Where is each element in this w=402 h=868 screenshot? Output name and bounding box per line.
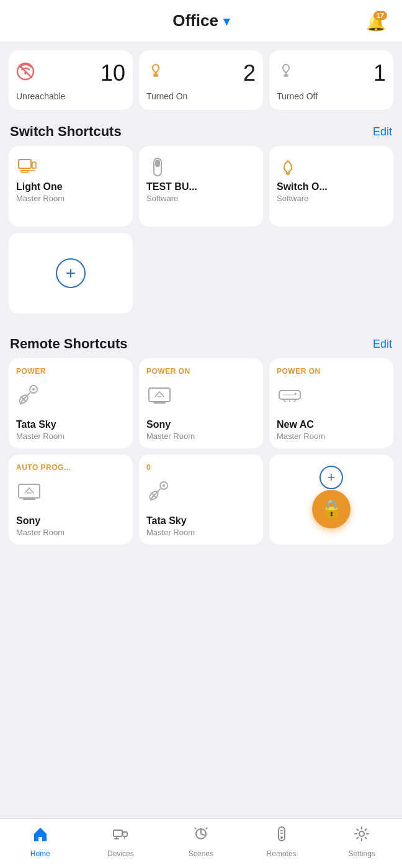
remote-room: Master Room [277,432,325,441]
status-row: 10 Unreachable 2 Turned On [0,42,402,110]
remote-shortcuts-title: Remote Shortcuts [10,336,127,352]
add-remote-shortcut-card[interactable]: + 🔒 [269,454,393,545]
remote-name: Tata Sky [16,419,56,430]
notification-badge: 17 [373,11,387,20]
turned-off-icon [277,62,295,85]
unreachable-label: Unreachable [16,91,65,101]
nav-home[interactable]: Home [0,825,81,858]
remote-sony-auto-prog[interactable]: AUTO PROG... Sony Master Room [9,454,133,545]
home-icon [32,825,49,847]
remote-shortcuts-edit[interactable]: Edit [373,338,392,351]
remote-new-ac-power-on[interactable]: POWER ON New AC Master Room [269,358,393,448]
ac-icon [277,383,303,409]
turned-on-label: Turned On [146,91,187,101]
turned-on-count: 2 [243,60,256,86]
remote-room: Master Room [16,432,65,441]
svg-rect-34 [19,484,40,498]
lock-fab-button[interactable]: 🔒 [312,490,351,528]
switch-shortcuts-grid: Light One Master Room TEST BU... Softwar… [0,146,402,314]
svg-point-54 [359,831,364,836]
svg-rect-13 [32,162,36,168]
devices-icon [112,825,129,847]
shortcut-room: Software [146,194,178,203]
bulb-icon [277,156,299,181]
turned-off-label: Turned Off [277,91,318,101]
add-remote-icon: + [319,466,343,489]
scenes-icon [192,825,210,847]
remote-sony-power-on[interactable]: POWER ON Sony Master Room [139,358,263,448]
remote-name: Sony [146,419,171,430]
switch-icon [146,156,169,181]
turned-on-icon [146,62,165,85]
svg-line-2 [19,65,32,78]
header-title[interactable]: Office ▾ [172,11,230,30]
unreachable-card[interactable]: 10 Unreachable [9,50,133,110]
add-switch-shortcut[interactable]: + [9,233,133,314]
turned-off-card[interactable]: 1 Turned Off [269,50,393,110]
switch-shortcuts-edit[interactable]: Edit [373,125,392,138]
switch-shortcuts-title: Switch Shortcuts [10,124,122,140]
nav-remotes[interactable]: Remotes [241,825,322,858]
add-icon: + [56,258,86,288]
turned-off-count: 1 [373,60,386,86]
remote-shortcuts-header: Remote Shortcuts Edit [0,322,402,358]
chevron-down-icon[interactable]: ▾ [223,14,230,29]
tv-icon [146,383,172,409]
shortcut-light-one[interactable]: Light One Master Room [9,146,133,227]
shortcut-room: Software [277,194,308,203]
notification-bell[interactable]: 🔔 17 [362,9,390,36]
remote-shortcuts-grid: POWER Tata Sky Master Room POWER ON [0,358,402,553]
nav-devices[interactable]: Devices [81,825,161,858]
svg-point-30 [295,393,297,395]
remote-name: Sony [16,515,40,527]
remote-tata-sky-0[interactable]: 0 Tata Sky Master Room [139,454,263,545]
shortcut-switch-o[interactable]: Switch O... Software [269,146,393,227]
unreachable-icon [16,62,35,85]
svg-point-23 [32,388,35,391]
switch-shortcuts-header: Switch Shortcuts Edit [0,110,402,146]
svg-point-51 [280,836,283,839]
remote-name: Tata Sky [146,515,187,527]
remotes-icon [273,825,290,847]
shortcut-test-bu[interactable]: TEST BU... Software [139,146,263,227]
nav-remotes-label: Remotes [267,849,297,858]
remote-action-label: POWER ON [146,367,190,376]
nav-settings-label: Settings [348,849,375,858]
location-title: Office [172,11,218,30]
settings-icon [353,825,370,847]
svg-rect-24 [149,388,170,402]
svg-point-43 [163,484,165,487]
svg-rect-15 [155,160,160,167]
turned-on-card[interactable]: 2 Turned On [139,50,263,110]
remote-action-label: AUTO PROG... [16,463,71,472]
computer-icon [16,156,38,181]
header: Office ▾ 🔔 17 [0,0,402,42]
shortcut-name: Switch O... [277,181,328,192]
remote-room: Master Room [16,528,65,537]
remote-room: Master Room [146,432,195,441]
remote-action-label: POWER ON [277,367,321,376]
shortcut-name: TEST BU... [146,181,197,192]
tv-icon [16,479,42,505]
remote-name: New AC [277,419,314,430]
remote-action-label: 0 [146,463,151,472]
satellite-icon [146,479,172,505]
svg-rect-45 [123,832,127,836]
bottom-nav: Home Devices Scenes [0,818,402,868]
nav-scenes[interactable]: Scenes [161,825,241,858]
nav-scenes-label: Scenes [189,849,213,858]
remote-action-label: POWER [16,367,46,376]
nav-home-label: Home [30,849,50,858]
remote-tata-sky-power[interactable]: POWER Tata Sky Master Room [9,358,133,448]
shortcut-room: Master Room [16,194,65,203]
nav-settings[interactable]: Settings [321,825,402,858]
svg-rect-44 [114,830,122,836]
svg-rect-10 [19,160,31,168]
shortcut-name: Light One [16,181,63,192]
unreachable-count: 10 [100,60,125,86]
lock-icon: 🔒 [321,499,342,519]
satellite-icon [16,383,42,409]
remote-room: Master Room [146,528,195,537]
nav-devices-label: Devices [107,849,134,858]
